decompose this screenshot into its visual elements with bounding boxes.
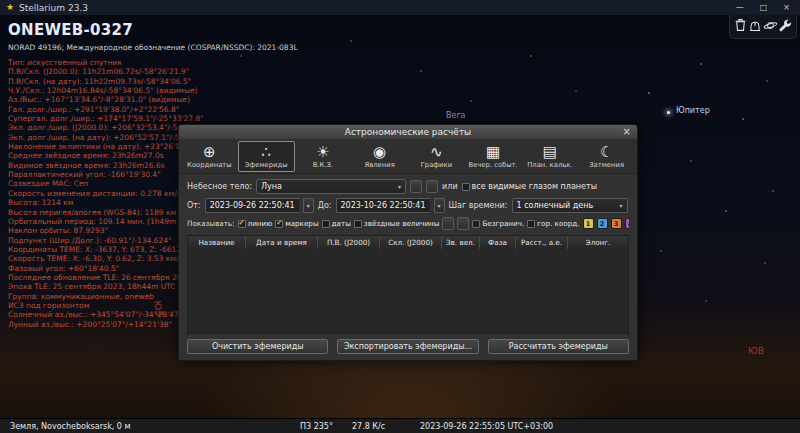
table-header-cell[interactable]: Расст., а.е. (516, 236, 568, 249)
from-date-dropdown-icon[interactable] (303, 198, 314, 213)
tab-label: Эфемериды (239, 161, 294, 169)
status-bar: Земля, Novocheboksarsk, 0 м ПЗ 235° 27.8… (0, 418, 800, 433)
checkbox-option[interactable]: маркеры (275, 219, 318, 228)
table-header-cell[interactable]: Дата и время (246, 236, 318, 249)
line-style-button[interactable] (442, 217, 454, 230)
celestial-body-select[interactable]: Луна (256, 179, 406, 194)
color-preset-button[interactable]: 3 (611, 218, 622, 229)
time-step-label: Шаг времени: (449, 201, 508, 210)
or-label: или (442, 182, 458, 191)
dialog-tab[interactable]: ☾ Затмения (578, 141, 635, 172)
extra-options: Безгранич. гор. коорд. (472, 219, 579, 228)
top-toolbar (729, 11, 797, 39)
dialog-tab[interactable]: ▤ План. кальк. (522, 141, 579, 172)
next-body-button[interactable] (426, 180, 438, 193)
tab-label: Графики (409, 161, 464, 169)
table-header-cell[interactable]: Зв. вел. (442, 236, 480, 249)
checkbox-icon (472, 220, 480, 228)
dialog-tab[interactable]: ⊕ Координаты (181, 141, 238, 172)
color-preset-button[interactable]: 1 (583, 218, 594, 229)
checkbox-icon (238, 220, 246, 228)
export-ephemerides-button[interactable]: Экспортировать эфемериды... (337, 339, 478, 354)
table-header-cell[interactable]: Скл. (J2000) (380, 236, 442, 249)
checkbox-icon (275, 220, 283, 228)
tab-label: Вечер. событ. (466, 161, 521, 169)
celestial-body-value: Луна (261, 182, 282, 191)
wrench-icon[interactable] (779, 19, 792, 32)
clear-ephemerides-button[interactable]: Очистить эфемериды (187, 339, 328, 354)
tab-label: Затмения (579, 161, 634, 169)
dialog-tab[interactable]: ∿ Графики (408, 141, 465, 172)
checkbox-label: Безгранич. (482, 219, 524, 228)
object-designation: NORAD 49196; Международное обозначение (… (8, 43, 298, 52)
table-header-cell[interactable]: Название (188, 236, 246, 249)
color-preset-buttons: 1 2 3 4 5 (583, 218, 629, 229)
dialog-tab[interactable]: ◉ Явления (351, 141, 408, 172)
celestial-body-row: Небесное тело: Луна или все видимые глаз… (187, 179, 629, 194)
stellarium-app: Юпитер Вега ЮВ ЮЗ ★ Stellarium 23.3 — □ … (0, 0, 800, 433)
trash-icon[interactable] (734, 18, 747, 32)
dialog-buttons-row: Очистить эфемериды Экспортировать эфемер… (179, 334, 637, 360)
to-date-input[interactable]: 2023-10-26 22:50:41 (336, 198, 430, 213)
marker-style-button[interactable] (457, 217, 469, 230)
tab-icon: ☀ (296, 143, 351, 161)
table-header-cell[interactable]: П.В. (J2000) (318, 236, 380, 249)
to-date-dropdown-icon[interactable] (434, 198, 445, 213)
tab-icon: ⊕ (182, 143, 237, 161)
dialog-tab[interactable]: ☀ В.К.З. (295, 141, 352, 172)
status-location: Земля, Novocheboksarsk, 0 м (10, 422, 131, 431)
tab-icon: ◉ (352, 143, 407, 161)
checkbox-label: даты (332, 219, 351, 228)
calculate-ephemerides-button[interactable]: Рассчитать эфемериды (488, 339, 629, 354)
checkbox-option[interactable]: линию (238, 219, 273, 228)
checkbox-option[interactable]: гор. коорд. (527, 219, 579, 228)
all-planets-option[interactable]: все видимые глазом планеты (462, 182, 597, 191)
ephemeris-form: Небесное тело: Луна или все видимые глаз… (179, 174, 637, 232)
table-header-cell[interactable]: Элонг. (568, 236, 628, 249)
maximize-button[interactable]: □ (760, 3, 768, 12)
to-label: До: (318, 201, 332, 210)
jupiter-planet-dot[interactable] (667, 111, 670, 114)
tab-icon: ∿ (409, 143, 464, 161)
ephemeris-table-header: Название Дата и время П.В. (J2000) Скл. … (188, 236, 628, 249)
tab-icon: ▦ (466, 143, 521, 161)
dialog-tab[interactable]: ▦ Вечер. событ. (465, 141, 522, 172)
show-label: Показывать: (187, 219, 235, 228)
prev-body-button[interactable] (410, 180, 422, 193)
tab-icon: ∴ (239, 143, 294, 161)
celestial-body-label: Небесное тело: (187, 182, 252, 191)
time-step-select[interactable]: 1 солнечный день (512, 198, 628, 213)
tab-label: Явления (352, 161, 407, 169)
color-preset-button[interactable]: 4 (625, 218, 629, 229)
close-icon[interactable]: × (623, 125, 631, 139)
show-options: линию маркеры даты (238, 219, 440, 228)
date-range-row: От: 2023-09-26 22:50:41 До: 2023-10-26 2… (187, 198, 629, 213)
saturn-icon[interactable] (763, 19, 778, 32)
object-info-line: П.В/Скл. (J2000.0): 11h21m06.72s/-58°26'… (8, 67, 298, 76)
ephemeris-table: Название Дата и время П.В. (J2000) Скл. … (187, 235, 629, 334)
checkbox-option[interactable]: звёздные величины (354, 219, 440, 228)
window-titlebar[interactable]: ★ Stellarium 23.3 — □ × (0, 0, 800, 15)
object-info-line: П.В/Скл. (на дату): 11h22m09.73s/-58°34'… (8, 77, 298, 86)
status-fov: ПЗ 235° (300, 422, 333, 431)
from-date-input[interactable]: 2023-09-26 22:50:41 (205, 198, 299, 213)
dialog-titlebar[interactable]: Астрономические расчёты × (179, 125, 637, 139)
tab-label: В.К.З. (296, 161, 351, 169)
tab-icon: ▤ (523, 143, 578, 161)
show-row: Показывать: линию маркеры (187, 217, 629, 230)
dialog-tab[interactable]: ∴ Эфемериды (238, 141, 295, 172)
object-name: ONEWEB-0327 (8, 21, 298, 39)
checkbox-icon (322, 220, 330, 228)
minimize-button[interactable]: — (736, 3, 744, 12)
checkbox-option[interactable]: даты (322, 219, 351, 228)
dome-icon[interactable] (748, 19, 762, 32)
close-window-button[interactable]: × (783, 3, 790, 12)
checkbox-option[interactable]: Безгранич. (472, 219, 524, 228)
object-info-line: Ч.У./Скл.: 12h04m16.84s/-58°34'06.5" (ви… (8, 86, 298, 95)
color-preset-button[interactable]: 2 (597, 218, 608, 229)
checkbox-label: звёздные величины (364, 219, 440, 228)
table-header-cell[interactable]: Фаза (480, 236, 516, 249)
all-planets-label: все видимые глазом планеты (472, 182, 597, 191)
checkbox-label: маркеры (285, 219, 318, 228)
object-info-line: Супергал. долг./шир.: +174°17'59.1"/-25°… (8, 114, 298, 123)
